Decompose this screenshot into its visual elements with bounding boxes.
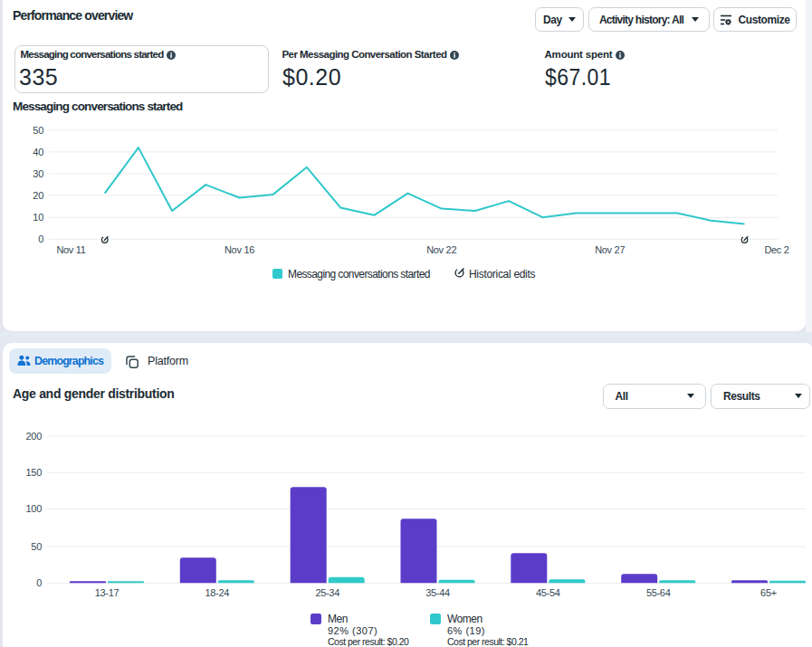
svg-text:200: 200 xyxy=(26,431,43,442)
svg-text:50: 50 xyxy=(33,125,43,136)
svg-text:65+: 65+ xyxy=(760,587,777,598)
svg-text:100: 100 xyxy=(26,503,43,514)
svg-text:0: 0 xyxy=(36,577,42,588)
svg-text:Dec 2: Dec 2 xyxy=(764,244,788,255)
svg-text:25-34: 25-34 xyxy=(315,587,339,598)
svg-text:150: 150 xyxy=(26,467,43,478)
svg-text:10: 10 xyxy=(33,212,43,223)
svg-text:Nov 27: Nov 27 xyxy=(595,244,625,255)
svg-text:20: 20 xyxy=(33,190,43,201)
svg-text:Nov 22: Nov 22 xyxy=(426,244,456,255)
svg-text:35-44: 35-44 xyxy=(425,587,450,598)
svg-text:0: 0 xyxy=(38,233,43,244)
svg-text:45-54: 45-54 xyxy=(536,587,560,598)
svg-text:Nov 11: Nov 11 xyxy=(56,244,85,255)
svg-text:55-64: 55-64 xyxy=(646,587,671,598)
svg-text:30: 30 xyxy=(33,168,43,179)
svg-text:50: 50 xyxy=(31,541,42,552)
svg-text:Nov 16: Nov 16 xyxy=(224,244,254,255)
svg-text:18-24: 18-24 xyxy=(205,587,229,598)
svg-text:13-17: 13-17 xyxy=(95,587,119,598)
svg-text:40: 40 xyxy=(33,147,43,157)
